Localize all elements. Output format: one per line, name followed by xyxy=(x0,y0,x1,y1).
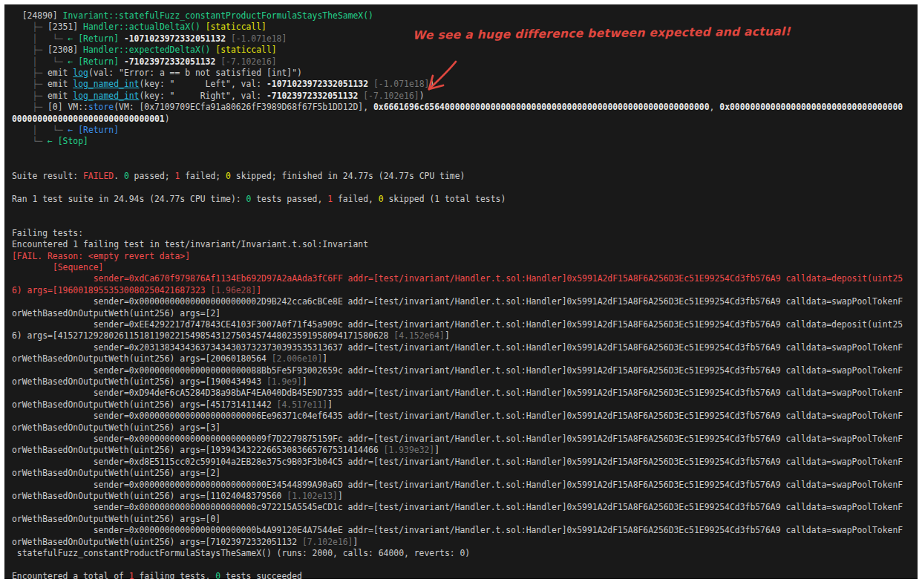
screenshot-frame: [24890] Invariant::statefulFuzz_constant… xyxy=(0,0,922,588)
terminal-line: Encountered 1 failing test in test/invar… xyxy=(12,239,908,250)
sequence-call-line: sender=0xEE4292217d747843CE4103F3007A0f7… xyxy=(12,319,908,342)
terminal-blank-line xyxy=(12,205,908,216)
sequence-call-line: sender=0x000000000000000000000002D9B242c… xyxy=(12,296,908,319)
terminal-line: │ └─ ← [Return] xyxy=(12,125,908,136)
sequence-call-line: sender=0xD94deF6cA5284D38a98bAF4EA040DdB… xyxy=(12,388,908,411)
sequence-call-line: sender=0x0000000000000000000000000E34544… xyxy=(12,480,908,503)
terminal-blank-line xyxy=(12,148,908,159)
sequence-call-line: sender=0x000000000000000000000006Ee96371… xyxy=(12,411,908,434)
terminal-line: Failing tests: xyxy=(12,228,908,239)
terminal-blank-line xyxy=(12,182,908,193)
terminal-line: Suite result: FAILED. 0 passed; 1 failed… xyxy=(12,171,908,182)
terminal-line: statefulFuzz_constantProductFormulaStays… xyxy=(12,548,908,559)
terminal-line: ├─ [0] VM::store(VM: [0x7109709ECfa91a80… xyxy=(12,102,908,125)
terminal-line: [Sequence] xyxy=(12,262,908,273)
terminal-line: [FAIL. Reason: <empty revert data>] xyxy=(12,251,908,262)
sequence-call-line: sender=0x00000000000000000000000c972215A… xyxy=(12,502,908,525)
terminal-line: ├─ [2308] Handler::expectedDeltaX() [sta… xyxy=(12,45,908,56)
terminal-line: Encountered a total of 1 failing tests, … xyxy=(12,571,908,579)
sequence-call-line: sender=0x2031383434363734343037323730393… xyxy=(12,342,908,365)
annotation-arrow-icon xyxy=(423,59,460,92)
sequence-call-line: sender=0xdCa670f979876Af1134Eb692D97A2aA… xyxy=(12,273,908,296)
terminal-line: └─ ← [Stop] xyxy=(12,136,908,147)
terminal-line: [24890] Invariant::statefulFuzz_constant… xyxy=(12,10,908,22)
sequence-call-line: sender=0x0000000000000000000000009f7D227… xyxy=(12,434,908,457)
terminal-line: Ran 1 test suite in 24.94s (24.77s CPU t… xyxy=(12,194,908,205)
terminal-blank-line xyxy=(12,216,908,227)
terminal-output[interactable]: [24890] Invariant::statefulFuzz_constant… xyxy=(4,4,918,579)
sequence-call-line: sender=0x000000000000000000000088Bb5Fe5F… xyxy=(12,365,908,388)
terminal-blank-line xyxy=(12,159,908,170)
sequence-call-line: sender=0xd8E5115cc02c599104a2EB28e375c9B… xyxy=(12,457,908,480)
terminal-blank-line xyxy=(12,560,908,571)
sequence-call-line: sender=0x00000000000000000000000b4A99120… xyxy=(12,525,908,548)
terminal-line: ├─ emit log_named_int(key: " Right", val… xyxy=(12,91,908,102)
